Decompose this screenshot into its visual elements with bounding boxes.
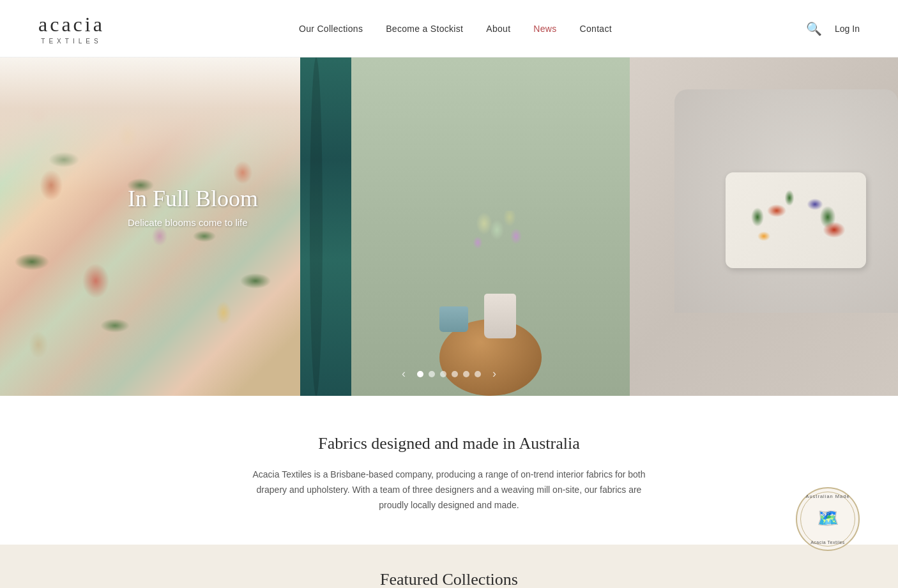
about-section: Fabrics designed and made in Australia A… — [0, 396, 898, 545]
slider-dot-6[interactable] — [475, 371, 481, 377]
aus-map-icon: 🗺️ — [817, 508, 839, 529]
slider-dot-2[interactable] — [429, 371, 435, 377]
nav-our-collections[interactable]: Our Collections — [299, 24, 363, 34]
hero-center-scene — [351, 57, 630, 396]
logo-name: acacia — [38, 13, 105, 36]
hero-subtitle: Delicate blooms come to life — [128, 217, 258, 228]
hero-mug — [439, 306, 468, 332]
about-title: Fabrics designed and made in Australia — [13, 434, 885, 453]
hero-vase — [484, 294, 516, 338]
logo[interactable]: acacia TEXTILES — [38, 13, 105, 45]
hero-slider: In Full Bloom Delicate blooms come to li… — [0, 57, 898, 396]
slider-next-button[interactable]: › — [487, 365, 501, 383]
slider-dot-4[interactable] — [452, 371, 458, 377]
aus-badge-inner: Australian Made 🗺️ Acacia Textiles — [800, 492, 855, 547]
slider-dot-3[interactable] — [440, 371, 446, 377]
hero-title: In Full Bloom — [128, 185, 258, 212]
slider-dot-1[interactable] — [417, 371, 423, 377]
featured-collections-title: Featured Collections — [13, 570, 885, 588]
nav-contact[interactable]: Contact — [580, 24, 612, 34]
header-actions: 🔍 Log In — [806, 21, 860, 36]
login-button[interactable]: Log In — [835, 24, 860, 34]
hero-flowers — [452, 204, 554, 294]
nav-become-stockist[interactable]: Become a Stockist — [386, 24, 463, 34]
main-nav: Our Collections Become a Stockist About … — [299, 24, 612, 34]
about-wrapper: Fabrics designed and made in Australia A… — [0, 396, 898, 545]
hero-sofa-panel — [630, 57, 898, 396]
slider-prev-button[interactable]: ‹ — [397, 365, 411, 383]
about-description: Acacia Textiles is a Brisbane-based comp… — [251, 467, 647, 513]
slider-dot-5[interactable] — [463, 371, 469, 377]
logo-subtitle: TEXTILES — [41, 38, 102, 45]
aus-badge-brand-text: Acacia Textiles — [810, 540, 845, 545]
slider-controls: ‹ › — [397, 365, 501, 383]
hero-text-overlay: In Full Bloom Delicate blooms come to li… — [128, 185, 258, 228]
featured-collections-section: Featured Collections — [0, 545, 898, 588]
aus-badge-top-text: Australian Made — [805, 494, 849, 499]
nav-news[interactable]: News — [533, 24, 556, 34]
aus-made-badge-area: Australian Made 🗺️ Acacia Textiles — [796, 487, 860, 551]
aus-made-badge: Australian Made 🗺️ Acacia Textiles — [796, 487, 860, 551]
nav-about[interactable]: About — [486, 24, 510, 34]
hero-pillow — [726, 172, 866, 268]
hero-teal-drape — [300, 57, 351, 396]
search-button[interactable]: 🔍 — [806, 21, 822, 36]
slider-dots — [417, 371, 481, 377]
site-header: acacia TEXTILES Our Collections Become a… — [0, 0, 898, 57]
